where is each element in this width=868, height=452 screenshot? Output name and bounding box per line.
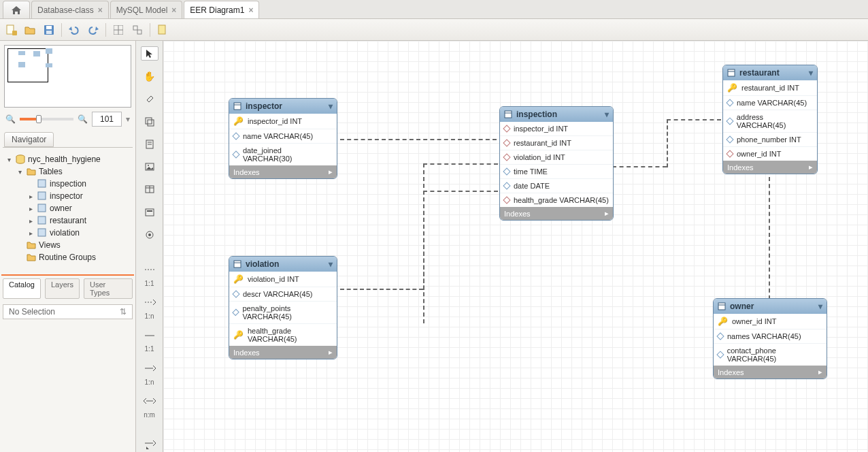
expand-icon[interactable]: ▸ bbox=[605, 209, 609, 218]
tree-tables[interactable]: ▾ Tables bbox=[1, 165, 134, 178]
indexes-bar[interactable]: Indexes▸ bbox=[714, 366, 827, 378]
collapse-icon[interactable]: ▾ bbox=[605, 110, 609, 119]
layer-tool[interactable] bbox=[141, 114, 158, 129]
notes-button[interactable] bbox=[156, 23, 169, 37]
column-row[interactable]: names VARCHAR(45) bbox=[714, 329, 827, 343]
rel-1nb-tool[interactable] bbox=[141, 361, 158, 375]
tab-database-class[interactable]: Database-class× bbox=[31, 1, 109, 18]
zoom-out-icon[interactable]: 🔍 bbox=[5, 114, 16, 124]
minimap-viewport[interactable] bbox=[7, 48, 48, 82]
view-tool[interactable] bbox=[141, 205, 158, 219]
column-row[interactable]: 🔑health_grade VARCHAR(45) bbox=[229, 323, 337, 346]
expand-icon[interactable]: ▸ bbox=[329, 167, 333, 176]
expander-icon[interactable]: ▸ bbox=[27, 217, 35, 225]
column-row[interactable]: health_grade VARCHAR(45) bbox=[500, 193, 613, 207]
zoom-slider[interactable] bbox=[20, 118, 73, 120]
collapse-icon[interactable]: ▾ bbox=[809, 68, 813, 78]
column-row[interactable]: owner_id INT bbox=[723, 146, 817, 161]
entity-owner[interactable]: owner ▾ 🔑owner_id INT names VARCHAR(45) … bbox=[713, 298, 827, 379]
entity-header[interactable]: restaurant ▾ bbox=[723, 65, 817, 80]
collapse-icon[interactable]: ▾ bbox=[329, 259, 333, 269]
redo-button[interactable] bbox=[86, 23, 100, 37]
rel-1n-tool[interactable] bbox=[141, 295, 158, 310]
column-row[interactable]: name VARCHAR(45) bbox=[229, 129, 337, 143]
expander-icon[interactable]: ▸ bbox=[27, 193, 35, 200]
column-row[interactable]: violation_id INT bbox=[500, 150, 613, 164]
indexes-bar[interactable]: Indexes▸ bbox=[723, 161, 817, 174]
column-row[interactable]: 🔑inspector_id INT bbox=[229, 114, 337, 129]
hand-tool[interactable]: ✋ bbox=[141, 69, 158, 83]
entity-header[interactable]: inspection ▾ bbox=[500, 107, 613, 122]
tree-table-inspector[interactable]: ▸inspector bbox=[1, 190, 134, 202]
rel-nm-tool[interactable] bbox=[141, 394, 158, 408]
expand-icon[interactable]: ▸ bbox=[809, 163, 813, 172]
expand-icon[interactable]: ▸ bbox=[329, 348, 333, 357]
diagram-canvas[interactable]: inspector ▾ 🔑inspector_id INT name VARCH… bbox=[163, 41, 868, 452]
column-row[interactable]: phone_number INT bbox=[723, 132, 817, 146]
image-tool[interactable] bbox=[141, 159, 158, 174]
tree-table-inspection[interactable]: inspection bbox=[1, 178, 134, 190]
tab-catalog[interactable]: Catalog bbox=[3, 278, 41, 299]
entity-restaurant[interactable]: restaurant ▾ 🔑restaurant_id INT name VAR… bbox=[722, 65, 818, 174]
rel-11b-tool[interactable] bbox=[141, 328, 158, 342]
open-file-button[interactable] bbox=[23, 23, 37, 37]
note-tool[interactable] bbox=[141, 137, 158, 151]
expander-icon[interactable]: ▸ bbox=[27, 205, 35, 212]
tree-table-owner[interactable]: ▸owner bbox=[1, 202, 134, 214]
collapse-icon[interactable]: ▾ bbox=[329, 101, 333, 111]
tree-table-violation[interactable]: ▸violation bbox=[1, 227, 134, 239]
expander-icon[interactable]: ▾ bbox=[16, 168, 24, 176]
new-file-button[interactable] bbox=[4, 23, 18, 37]
zoom-value[interactable]: 101 bbox=[92, 112, 122, 127]
column-row[interactable]: 🔑restaurant_id INT bbox=[723, 80, 817, 95]
table-tool[interactable] bbox=[141, 182, 158, 197]
column-row[interactable]: 🔑owner_id INT bbox=[714, 314, 827, 329]
column-row[interactable]: descr VARCHAR(45) bbox=[229, 287, 337, 301]
indexes-bar[interactable]: Indexes▸ bbox=[229, 165, 337, 178]
tab-mysql-model[interactable]: MySQL Model× bbox=[110, 1, 183, 18]
save-button[interactable] bbox=[42, 23, 56, 37]
column-row[interactable]: time TIME bbox=[500, 164, 613, 178]
column-row[interactable]: penalty_points VARCHAR(45) bbox=[229, 301, 337, 323]
column-row[interactable]: address VARCHAR(45) bbox=[723, 110, 817, 132]
column-row[interactable]: name VARCHAR(45) bbox=[723, 95, 817, 110]
zoom-in-icon[interactable]: 🔍 bbox=[78, 114, 88, 124]
selection-display[interactable]: No Selection ⇅ bbox=[3, 304, 133, 319]
entity-inspector[interactable]: inspector ▾ 🔑inspector_id INT name VARCH… bbox=[229, 98, 337, 179]
zoom-dropdown-icon[interactable]: ▾ bbox=[126, 114, 130, 124]
tree-views[interactable]: Views bbox=[1, 239, 134, 251]
column-row[interactable]: restaurant_id INT bbox=[500, 135, 613, 150]
entity-inspection[interactable]: inspection ▾ inspector_id INT restaurant… bbox=[499, 106, 614, 221]
entity-header[interactable]: inspector ▾ bbox=[229, 99, 337, 114]
grid-toggle-button[interactable] bbox=[112, 23, 125, 37]
tab-eer-diagram[interactable]: EER Diagram1× bbox=[184, 1, 259, 18]
rel-11-tool[interactable] bbox=[141, 262, 158, 276]
tree-table-restaurant[interactable]: ▸restaurant bbox=[1, 214, 134, 227]
rel-existing-tool[interactable] bbox=[141, 438, 158, 452]
navigator-tab[interactable]: Navigator bbox=[4, 132, 54, 147]
entity-header[interactable]: violation ▾ bbox=[229, 257, 337, 272]
routine-tool[interactable] bbox=[141, 227, 158, 242]
indexes-bar[interactable]: Indexes▸ bbox=[229, 346, 337, 359]
close-icon[interactable]: × bbox=[171, 5, 176, 15]
column-row[interactable]: date_joined VARCHAR(30) bbox=[229, 143, 337, 165]
tab-user-types[interactable]: User Types bbox=[84, 278, 133, 299]
column-row[interactable]: inspector_id INT bbox=[500, 122, 613, 135]
expand-icon[interactable]: ▸ bbox=[818, 368, 822, 376]
tab-layers[interactable]: Layers bbox=[45, 278, 80, 299]
tree-schema[interactable]: ▾ nyc_health_hygiene bbox=[1, 153, 134, 165]
tree-routines[interactable]: Routine Groups bbox=[1, 251, 134, 263]
close-icon[interactable]: × bbox=[248, 5, 253, 15]
dropdown-icon[interactable]: ⇅ bbox=[120, 307, 127, 317]
undo-button[interactable] bbox=[67, 23, 81, 37]
align-button[interactable] bbox=[131, 23, 144, 37]
expander-icon[interactable]: ▾ bbox=[5, 156, 13, 163]
column-row[interactable]: 🔑violation_id INT bbox=[229, 272, 337, 287]
close-icon[interactable]: × bbox=[98, 5, 103, 15]
column-row[interactable]: contact_phone VARCHAR(45) bbox=[714, 343, 827, 366]
collapse-icon[interactable]: ▾ bbox=[818, 302, 822, 311]
pointer-tool[interactable] bbox=[141, 46, 158, 61]
column-row[interactable]: date DATE bbox=[500, 178, 613, 193]
indexes-bar[interactable]: Indexes▸ bbox=[500, 207, 613, 220]
entity-violation[interactable]: violation ▾ 🔑violation_id INT descr VARC… bbox=[229, 256, 337, 359]
